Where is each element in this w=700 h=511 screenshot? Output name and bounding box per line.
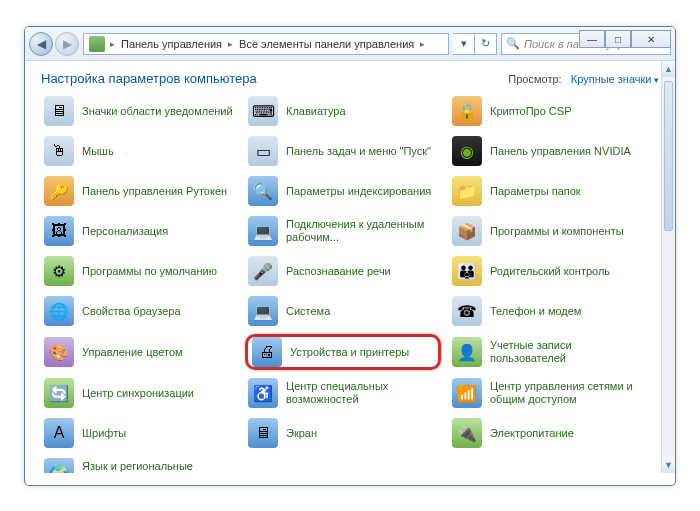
item-label: Панель задач и меню "Пуск" xyxy=(286,145,431,158)
control-panel-item[interactable]: 🌍Язык и региональные стандарты xyxy=(41,456,237,473)
item-icon: 🖨 xyxy=(252,337,282,367)
item-label: Электропитание xyxy=(490,427,574,440)
control-panel-item[interactable]: 🔄Центр синхронизации xyxy=(41,376,237,410)
forward-button[interactable]: ▶ xyxy=(55,32,79,56)
control-panel-item[interactable]: 📶Центр управления сетями и общим доступо… xyxy=(449,376,645,410)
item-icon: 🔍 xyxy=(248,176,278,206)
control-panel-icon xyxy=(89,36,105,52)
view-by-dropdown[interactable]: Крупные значки xyxy=(571,73,659,85)
item-icon: 👤 xyxy=(452,337,482,367)
content-header: Настройка параметров компьютера Просмотр… xyxy=(41,71,659,86)
control-panel-item[interactable]: 🔒КриптоПро CSP xyxy=(449,94,645,128)
scroll-thumb[interactable] xyxy=(664,81,673,231)
close-button[interactable]: ✕ xyxy=(631,30,671,48)
item-icon: 🔌 xyxy=(452,418,482,448)
item-label: Устройства и принтеры xyxy=(290,346,409,359)
item-label: Шрифты xyxy=(82,427,126,440)
item-label: Учетные записи пользователей xyxy=(490,339,642,364)
item-label: Система xyxy=(286,305,330,318)
item-label: Подключения к удаленным рабочим... xyxy=(286,218,438,243)
control-panel-item[interactable]: ⚙Программы по умолчанию xyxy=(41,254,237,288)
maximize-button[interactable]: □ xyxy=(605,30,631,48)
item-label: Мышь xyxy=(82,145,114,158)
control-panel-item[interactable]: 🖼Персонализация xyxy=(41,214,237,248)
control-panel-item[interactable]: ▭Панель задач и меню "Пуск" xyxy=(245,134,441,168)
item-icon: ◉ xyxy=(452,136,482,166)
item-label: Панель управления Рутокен xyxy=(82,185,227,198)
control-panel-item[interactable]: 🌐Свойства браузера xyxy=(41,294,237,328)
breadcrumb-sep-icon: ▸ xyxy=(226,39,235,49)
item-label: Центр синхронизации xyxy=(82,387,194,400)
address-dropdown-button[interactable]: ▾ xyxy=(453,33,475,55)
back-button[interactable]: ◀ xyxy=(29,32,53,56)
item-icon: 🔑 xyxy=(44,176,74,206)
item-label: Параметры папок xyxy=(490,185,581,198)
item-icon: 🖼 xyxy=(44,216,74,246)
breadcrumb-item[interactable]: Панель управления xyxy=(117,34,226,54)
item-icon: 💻 xyxy=(248,296,278,326)
scroll-up-button[interactable]: ▲ xyxy=(662,61,675,77)
item-icon: 🎨 xyxy=(44,337,74,367)
item-icon: ▭ xyxy=(248,136,278,166)
explorer-window: — □ ✕ ◀ ▶ ▸ Панель управления ▸ Все элем… xyxy=(24,26,676,486)
item-label: Управление цветом xyxy=(82,346,183,359)
control-panel-item[interactable]: 🎤Распознавание речи xyxy=(245,254,441,288)
item-label: Распознавание речи xyxy=(286,265,391,278)
item-icon: A xyxy=(44,418,74,448)
item-label: Язык и региональные стандарты xyxy=(82,460,234,473)
page-title: Настройка параметров компьютера xyxy=(41,71,257,86)
content-area: Настройка параметров компьютера Просмотр… xyxy=(25,61,675,473)
item-icon: 🔒 xyxy=(452,96,482,126)
item-label: КриптоПро CSP xyxy=(490,105,571,118)
control-panel-item[interactable]: 💻Подключения к удаленным рабочим... xyxy=(245,214,441,248)
item-icon: 💻 xyxy=(248,216,278,246)
control-panel-item[interactable]: 🖥Экран xyxy=(245,416,441,450)
item-icon: 📶 xyxy=(452,378,482,408)
control-panel-item[interactable]: 📦Программы и компоненты xyxy=(449,214,645,248)
item-label: Клавиатура xyxy=(286,105,346,118)
item-icon: ⌨ xyxy=(248,96,278,126)
item-icon: 🌍 xyxy=(44,458,74,473)
item-icon: 📁 xyxy=(452,176,482,206)
item-icon: 🎤 xyxy=(248,256,278,286)
control-panel-item[interactable]: 🔍Параметры индексирования xyxy=(245,174,441,208)
item-icon: ⚙ xyxy=(44,256,74,286)
control-panel-item[interactable]: ◉Панель управления NVIDIA xyxy=(449,134,645,168)
view-by: Просмотр: Крупные значки xyxy=(508,73,659,85)
control-panel-item[interactable]: 🎨Управление цветом xyxy=(41,334,237,370)
control-panel-item[interactable]: 💻Система xyxy=(245,294,441,328)
control-panel-item[interactable]: 🖱Мышь xyxy=(41,134,237,168)
scroll-down-button[interactable]: ▼ xyxy=(662,457,675,473)
item-label: Центр специальных возможностей xyxy=(286,380,438,405)
control-panel-item[interactable]: 🖨Устройства и принтеры xyxy=(245,334,441,370)
address-bar[interactable]: ▸ Панель управления ▸ Все элементы панел… xyxy=(83,33,449,55)
breadcrumb-sep-icon: ▸ xyxy=(418,39,427,49)
breadcrumb-item[interactable]: Все элементы панели управления xyxy=(235,34,418,54)
breadcrumb-sep-icon: ▸ xyxy=(108,39,117,49)
control-panel-item[interactable]: 📁Параметры папок xyxy=(449,174,645,208)
control-panel-item[interactable]: 🔌Электропитание xyxy=(449,416,645,450)
control-panel-item[interactable]: ☎Телефон и модем xyxy=(449,294,645,328)
nav-bar: ◀ ▶ ▸ Панель управления ▸ Все элементы п… xyxy=(25,27,675,61)
control-panel-item[interactable]: AШрифты xyxy=(41,416,237,450)
item-icon: 🖥 xyxy=(248,418,278,448)
control-panel-item[interactable]: 👪Родительский контроль xyxy=(449,254,645,288)
view-by-label: Просмотр: xyxy=(508,73,561,85)
item-icon: ♿ xyxy=(248,378,278,408)
item-label: Экран xyxy=(286,427,317,440)
item-icon: ☎ xyxy=(452,296,482,326)
nav-buttons: ◀ ▶ xyxy=(29,32,79,56)
control-panel-item[interactable]: 👤Учетные записи пользователей xyxy=(449,334,645,370)
control-panel-item[interactable]: 🖥Значки области уведомлений xyxy=(41,94,237,128)
control-panel-item[interactable]: ⌨Клавиатура xyxy=(245,94,441,128)
item-label: Программы по умолчанию xyxy=(82,265,217,278)
control-panel-item[interactable]: ♿Центр специальных возможностей xyxy=(245,376,441,410)
control-panel-item[interactable]: 🔑Панель управления Рутокен xyxy=(41,174,237,208)
minimize-button[interactable]: — xyxy=(579,30,605,48)
item-icon: 🌐 xyxy=(44,296,74,326)
item-icon: 🔄 xyxy=(44,378,74,408)
item-label: Родительский контроль xyxy=(490,265,610,278)
vertical-scrollbar[interactable]: ▲ ▼ xyxy=(661,61,675,473)
refresh-button[interactable]: ↻ xyxy=(475,33,497,55)
content: Настройка параметров компьютера Просмотр… xyxy=(25,61,675,473)
